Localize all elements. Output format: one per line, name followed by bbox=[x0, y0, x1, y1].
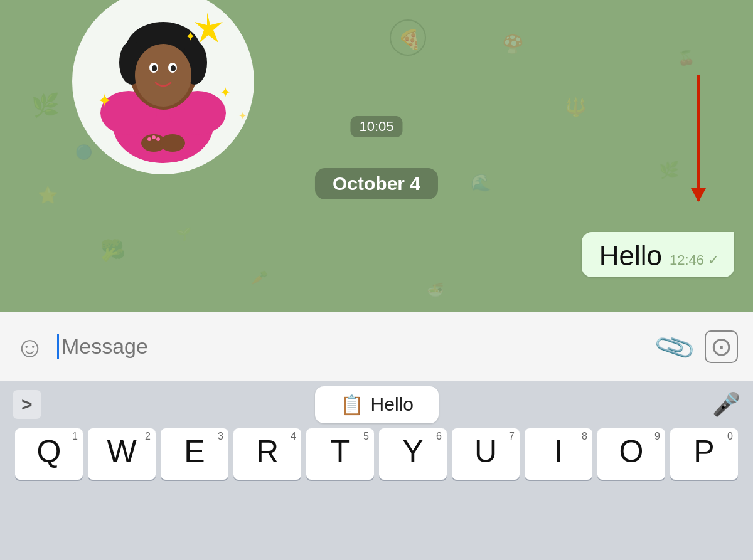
attach-button[interactable]: 📎 bbox=[652, 324, 698, 369]
suggestions-expand-button[interactable]: > bbox=[13, 390, 41, 419]
svg-text:✦: ✦ bbox=[220, 85, 231, 100]
key-o[interactable]: O9 bbox=[597, 428, 665, 480]
emoji-button[interactable]: ☺ bbox=[15, 330, 45, 364]
svg-point-23 bbox=[135, 44, 191, 107]
annotation-arrow bbox=[697, 75, 700, 201]
svg-text:🌱: 🌱 bbox=[176, 226, 191, 241]
svg-text:✦: ✦ bbox=[97, 91, 112, 110]
svg-text:🥦: 🥦 bbox=[100, 238, 125, 262]
date-separator: October 4 bbox=[315, 168, 438, 199]
key-row-top: Q1 W2 E3 R4 T5 Y6 U7 I8 O9 P0 bbox=[6, 428, 747, 480]
svg-point-27 bbox=[171, 65, 176, 71]
svg-text:🌿: 🌿 bbox=[659, 160, 680, 180]
message-meta: 12:46 ✓ bbox=[670, 252, 719, 268]
key-y[interactable]: Y6 bbox=[379, 428, 447, 480]
svg-text:🌿: 🌿 bbox=[31, 92, 60, 119]
svg-point-30 bbox=[147, 137, 151, 141]
svg-text:🍕: 🍕 bbox=[398, 28, 422, 51]
key-w[interactable]: W2 bbox=[88, 428, 156, 480]
svg-text:⭐: ⭐ bbox=[38, 185, 58, 205]
svg-text:🌊: 🌊 bbox=[471, 172, 491, 193]
suggestion-bar: > 📋 Hello 🎤 bbox=[0, 381, 753, 428]
svg-text:🥕: 🥕 bbox=[251, 269, 269, 286]
keyboard: > 📋 Hello 🎤 Q1 W2 E3 R4 T5 Y6 U7 I8 O9 P… bbox=[0, 381, 753, 560]
clipboard-icon: 📋 bbox=[340, 394, 363, 416]
message-timestamp: 10:05 bbox=[350, 116, 402, 137]
key-u[interactable]: U7 bbox=[452, 428, 520, 480]
message-read-check: ✓ bbox=[708, 252, 719, 268]
svg-text:✦: ✦ bbox=[238, 110, 247, 121]
key-p[interactable]: P0 bbox=[670, 428, 738, 480]
key-t[interactable]: T5 bbox=[306, 428, 374, 480]
key-e[interactable]: E3 bbox=[161, 428, 228, 480]
message-input-bar: ☺ 📎 ⊙ bbox=[0, 312, 753, 381]
message-input[interactable] bbox=[57, 334, 645, 359]
key-q[interactable]: Q1 bbox=[15, 428, 83, 480]
svg-point-32 bbox=[156, 137, 160, 141]
svg-text:🔱: 🔱 bbox=[565, 97, 587, 117]
svg-text:🍒: 🍒 bbox=[678, 50, 695, 66]
sticker: ✦ ✦ ✦ ✦ bbox=[63, 0, 264, 182]
camera-button[interactable]: ⊙ bbox=[705, 330, 738, 363]
key-r[interactable]: R4 bbox=[233, 428, 301, 480]
suggestion-text: Hello bbox=[371, 394, 414, 415]
mic-button[interactable]: 🎤 bbox=[712, 391, 740, 418]
key-i[interactable]: I8 bbox=[525, 428, 592, 480]
message-text: Hello bbox=[599, 242, 662, 270]
svg-text:🍜: 🍜 bbox=[427, 282, 444, 298]
svg-point-26 bbox=[152, 65, 157, 71]
svg-point-31 bbox=[152, 135, 156, 139]
svg-text:🍄: 🍄 bbox=[502, 34, 524, 55]
message-time: 12:46 bbox=[670, 252, 704, 268]
suggestion-word-hello[interactable]: 📋 Hello bbox=[315, 386, 439, 423]
key-rows: Q1 W2 E3 R4 T5 Y6 U7 I8 O9 P0 bbox=[0, 428, 753, 489]
chat-area: 🍕 🌿 🥦 🍄 🔱 🌊 ⭐ 🔵 🍃 🌿 🍜 🥕 🌱 🍒 bbox=[0, 0, 753, 312]
svg-text:✦: ✦ bbox=[185, 29, 196, 43]
outgoing-message-bubble: Hello 12:46 ✓ bbox=[582, 232, 734, 277]
svg-point-29 bbox=[160, 134, 185, 152]
